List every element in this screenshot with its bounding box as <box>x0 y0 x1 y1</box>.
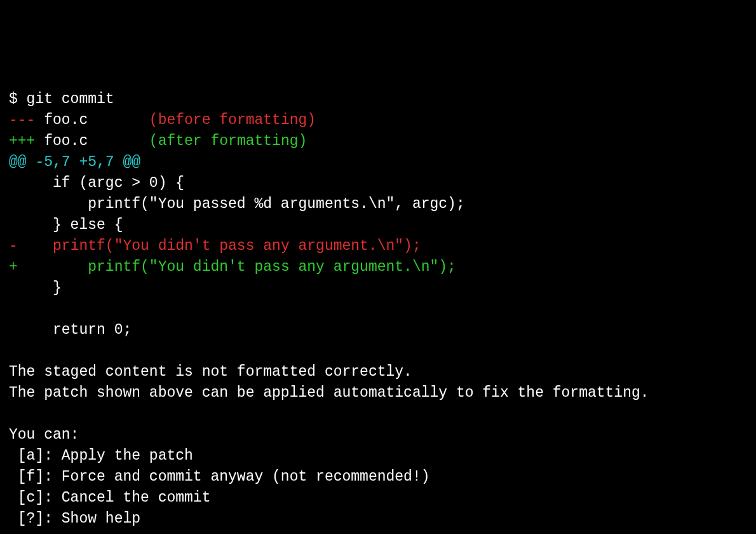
shell-prompt: $ <box>9 91 27 107</box>
menu-intro: You can: <box>9 425 747 446</box>
diff-new-file: foo.c <box>44 133 88 149</box>
command: git commit <box>27 91 114 107</box>
menu-option-help[interactable]: [?]: Show help <box>9 509 747 530</box>
status-message: The patch shown above can be applied aut… <box>9 383 747 404</box>
diff-hunk-header: @@ -5,7 +5,7 @@ <box>9 152 747 173</box>
diff-context-line: if (argc > 0) { <box>9 173 747 194</box>
diff-header-new: +++ foo.c (after formatting) <box>9 131 747 152</box>
diff-plus-marker: + <box>9 259 18 275</box>
padding <box>88 133 149 149</box>
diff-removed-content: printf("You didn't pass any argument.\n"… <box>18 238 421 254</box>
blank-line <box>9 404 747 425</box>
menu-option-force[interactable]: [f]: Force and commit anyway (not recomm… <box>9 467 747 488</box>
blank-line <box>9 299 747 320</box>
status-message: The staged content is not formatted corr… <box>9 362 747 383</box>
menu-option-cancel[interactable]: [c]: Cancel the commit <box>9 488 747 509</box>
blank-line <box>9 530 747 534</box>
diff-context-line: printf("You passed %d arguments.\n", arg… <box>9 194 747 215</box>
diff-added-content: printf("You didn't pass any argument.\n"… <box>18 259 456 275</box>
command-line: $ git commit <box>9 89 747 110</box>
diff-context-line: } else { <box>9 215 747 236</box>
diff-minus-marker: - <box>9 238 18 254</box>
diff-removed-line: - printf("You didn't pass any argument.\… <box>9 236 747 257</box>
diff-minus-prefix: --- <box>9 112 44 128</box>
diff-old-file: foo.c <box>44 112 88 128</box>
diff-new-label: (after formatting) <box>149 133 307 149</box>
diff-added-line: + printf("You didn't pass any argument.\… <box>9 257 747 278</box>
diff-old-label: (before formatting) <box>149 112 316 128</box>
diff-context-line: return 0; <box>9 320 747 341</box>
blank-line <box>9 341 747 362</box>
diff-context-line: } <box>9 278 747 299</box>
menu-option-apply[interactable]: [a]: Apply the patch <box>9 446 747 467</box>
diff-plus-prefix: +++ <box>9 133 44 149</box>
diff-header-old: --- foo.c (before formatting) <box>9 110 747 131</box>
padding <box>88 112 149 128</box>
